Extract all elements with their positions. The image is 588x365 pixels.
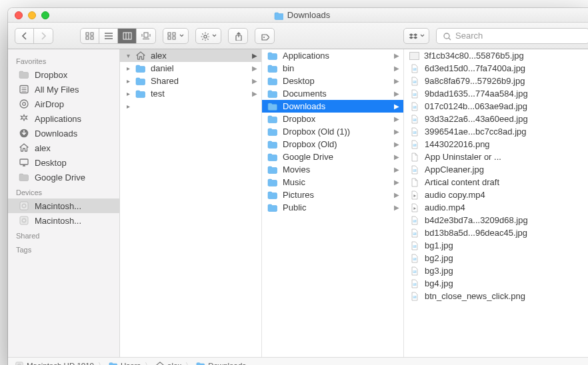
toolbar: Search — [8, 23, 588, 49]
disclosure-triangle[interactable]: ▸ — [125, 103, 131, 110]
path-segment[interactable]: Users — [109, 361, 141, 366]
column-row[interactable]: 6d3ed15d0...7fa7400a.jpg — [404, 62, 588, 75]
has-children-arrow-icon: ▶ — [394, 115, 399, 123]
column-row[interactable]: Google Drive▶ — [262, 151, 403, 163]
column-row[interactable]: Movies▶ — [262, 163, 403, 176]
forward-button[interactable] — [34, 29, 53, 43]
sidebar-item-alex[interactable]: alex — [8, 141, 119, 155]
view-icon-button[interactable] — [81, 29, 99, 43]
disclosure-triangle[interactable]: ▸ — [125, 77, 131, 85]
column-row[interactable]: b4d2e3bd7a...3209d68.jpg — [404, 214, 588, 226]
column-row[interactable]: Downloads▶ — [262, 100, 403, 113]
sidebar-item-all-my-files[interactable]: All My Files — [8, 82, 119, 97]
column-row[interactable]: 9a8c8fa679...57926b9.jpg — [404, 75, 588, 87]
disclosure-triangle[interactable]: ▸ — [125, 90, 131, 97]
svg-rect-42 — [168, 33, 171, 35]
image-icon — [409, 291, 420, 302]
column-row[interactable]: Artical content draft — [404, 176, 588, 188]
column-row[interactable]: bd13b8a5d...96deac45.jpg — [404, 226, 588, 239]
path-segment[interactable]: alex — [155, 361, 181, 366]
column-row[interactable]: ▸Shared▶ — [120, 75, 261, 87]
view-list-button[interactable] — [99, 29, 118, 43]
column-row[interactable]: ▾alex▶ — [120, 49, 261, 62]
column-row[interactable]: Dropbox (Old (1))▶ — [262, 125, 403, 138]
disk-icon — [15, 361, 24, 366]
sidebar-item-dropbox[interactable]: Dropbox — [8, 67, 119, 82]
column-row[interactable]: Dropbox▶ — [262, 113, 403, 125]
column-row[interactable]: bg3.jpg — [404, 264, 588, 277]
chevron-left-icon — [21, 32, 28, 40]
sidebar-item-macintosh-[interactable]: Macintosh... — [8, 213, 119, 228]
sidebar: Favorites Dropbox All My Files AirDrop A… — [8, 49, 120, 357]
zoom-window-button[interactable] — [41, 11, 49, 19]
row-label: Shared — [151, 76, 179, 86]
column-row[interactable]: App Uninstaler or ... — [404, 151, 588, 163]
column-row[interactable]: bg4.jpg — [404, 277, 588, 290]
column-row[interactable]: 9bdad1635...774aa584.jpg — [404, 87, 588, 100]
sidebar-item-downloads[interactable]: Downloads — [8, 126, 119, 141]
column-3[interactable]: 3f1cb34c80...55876b5.jpg 6d3ed15d0...7fa… — [404, 49, 588, 357]
column-row[interactable]: Pictures▶ — [262, 188, 403, 201]
column-row[interactable]: 1443022016.png — [404, 138, 588, 151]
sidebar-item-desktop[interactable]: Desktop — [8, 155, 119, 170]
sidebar-item-label: Downloads — [35, 129, 77, 139]
column-row[interactable]: Desktop▶ — [262, 75, 403, 87]
folder-icon — [267, 114, 278, 125]
share-button[interactable] — [228, 28, 248, 44]
back-button[interactable] — [15, 29, 34, 43]
close-window-button[interactable] — [15, 11, 23, 19]
folder-icon — [267, 190, 278, 200]
image-icon — [409, 114, 420, 125]
sidebar-item-applications[interactable]: Applications — [8, 111, 119, 126]
view-column-button[interactable] — [118, 29, 137, 43]
window-title-text: Downloads — [287, 10, 330, 20]
row-label: Google Drive — [283, 152, 333, 162]
sidebar-item-macintosh-[interactable]: Macintosh... — [8, 198, 119, 213]
dropbox-button[interactable] — [403, 28, 429, 44]
column-view-icon — [123, 32, 132, 40]
arrange-button[interactable] — [163, 28, 189, 44]
column-row[interactable]: Applications▶ — [262, 49, 403, 62]
sidebar-item-label: AirDrop — [35, 99, 64, 109]
has-children-arrow-icon: ▶ — [252, 77, 257, 85]
search-field[interactable]: Search — [436, 28, 588, 44]
column-row[interactable]: 3f1cb34c80...55876b5.jpg — [404, 49, 588, 62]
airdrop-icon — [19, 99, 29, 109]
disclosure-triangle[interactable]: ▸ — [125, 65, 131, 72]
sidebar-item-google-drive[interactable]: Google Drive — [8, 170, 119, 184]
column-row[interactable]: ▸daniel▶ — [120, 62, 261, 75]
image-icon — [409, 101, 420, 112]
column-row[interactable]: audio copy.mp4 — [404, 188, 588, 201]
list-view-icon — [104, 32, 113, 40]
view-mode-switcher — [80, 28, 156, 44]
path-segment[interactable]: Downloads — [196, 361, 246, 366]
path-segment-label: Macintosh HD 1010 — [27, 362, 94, 366]
column-1[interactable]: ▾alex▶ ▸daniel▶ ▸Shared▶ ▸test▶ ▸ — [120, 49, 262, 357]
sidebar-item-airdrop[interactable]: AirDrop — [8, 97, 119, 111]
row-label: 9bdad1635...774aa584.jpg — [425, 89, 528, 99]
column-row[interactable]: btn_close_news_click.png — [404, 290, 588, 302]
row-label: 9a8c8fa679...57926b9.jpg — [425, 76, 525, 86]
minimize-window-button[interactable] — [28, 11, 36, 19]
column-row[interactable]: AppCleaner.jpg — [404, 163, 588, 176]
column-row[interactable]: Public▶ — [262, 201, 403, 214]
column-row[interactable]: audio.mp4 — [404, 201, 588, 214]
column-row[interactable]: Dropbox (Old)▶ — [262, 138, 403, 151]
column-row[interactable]: 017c0124b...063ae9ad.jpg — [404, 100, 588, 113]
tags-button[interactable] — [255, 28, 275, 44]
svg-rect-35 — [123, 33, 131, 39]
path-segment[interactable]: Macintosh HD 1010 — [15, 361, 94, 366]
column-row[interactable]: Music▶ — [262, 176, 403, 188]
column-row[interactable]: ▸test▶ — [120, 87, 261, 100]
column-row[interactable]: bg2.jpg — [404, 252, 588, 264]
disclosure-triangle[interactable]: ▾ — [125, 52, 131, 59]
column-row[interactable]: 3996541ae...bc7cc8ad.jpg — [404, 125, 588, 138]
column-2[interactable]: Applications▶ bin▶ Desktop▶ Documents▶ D… — [262, 49, 404, 357]
column-row[interactable]: 93d3a22a6...43a60eed.jpg — [404, 113, 588, 125]
column-row[interactable]: bin▶ — [262, 62, 403, 75]
column-row[interactable]: Documents▶ — [262, 87, 403, 100]
action-button[interactable] — [195, 28, 221, 44]
column-row[interactable]: bg1.jpg — [404, 239, 588, 252]
view-coverflow-button[interactable] — [137, 29, 155, 43]
row-label: bg1.jpg — [425, 240, 453, 250]
